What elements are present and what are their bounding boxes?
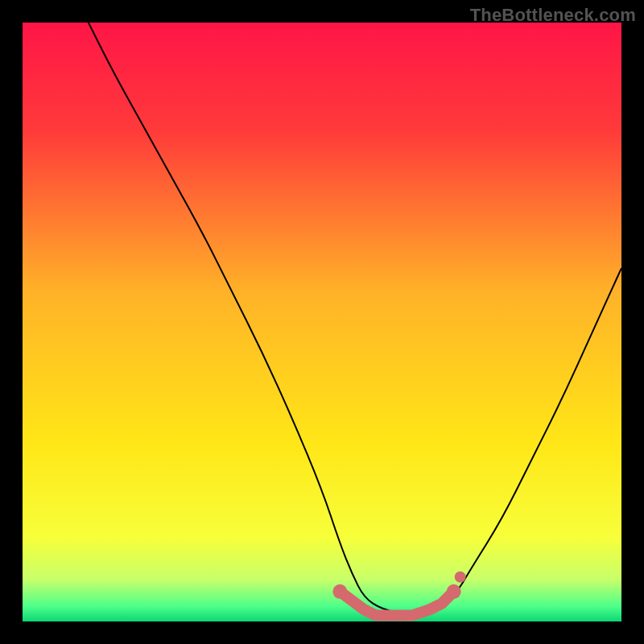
- gradient-background: [23, 23, 621, 621]
- marker-detached-dot: [455, 572, 466, 583]
- marker-end-dot: [447, 584, 461, 599]
- marker-start-dot: [332, 584, 347, 599]
- chart-stage: TheBottleneck.com: [0, 0, 644, 644]
- chart-plot-area: [23, 23, 621, 621]
- chart-svg: [23, 23, 621, 621]
